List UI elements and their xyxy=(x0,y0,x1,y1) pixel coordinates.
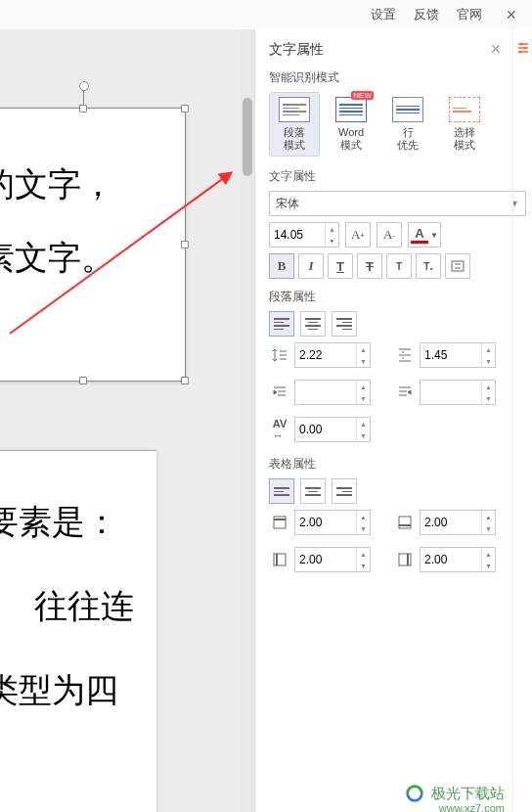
para-spacing-icon xyxy=(394,344,416,366)
cell-right-input[interactable]: ▲▼ xyxy=(420,547,496,572)
svg-point-11 xyxy=(519,43,522,46)
fit-text-button[interactable] xyxy=(445,253,470,279)
cell-pad-left-icon xyxy=(269,549,290,570)
cell-left-input[interactable]: ▲▼ xyxy=(294,547,371,572)
mode-row-button[interactable]: 行 优先 xyxy=(382,92,433,157)
doc-text-line[interactable]: 类型为四 xyxy=(0,668,156,713)
table-align-right-button[interactable] xyxy=(332,478,357,504)
svg-rect-3 xyxy=(274,517,286,528)
doc-text-line[interactable]: 素文字。 xyxy=(0,221,185,294)
settings-sliders-icon[interactable] xyxy=(516,41,530,55)
document-page[interactable]: 要素是： 往往连 类型为四 xyxy=(0,450,156,812)
menu-official[interactable]: 官网 xyxy=(457,6,482,23)
menu-feedback[interactable]: 反馈 xyxy=(414,6,439,23)
cell-bottom-input[interactable]: ▲▼ xyxy=(420,510,496,535)
watermark: 极光下载站 www.xz7.com xyxy=(404,783,505,804)
mode-word-button[interactable]: NEW Word 模式 xyxy=(326,92,377,157)
doc-text-line[interactable]: 要素是： xyxy=(0,500,156,545)
font-color-button[interactable]: A▼ xyxy=(408,222,441,248)
doc-text-line[interactable]: 往往连 xyxy=(0,584,156,629)
table-align-left-button[interactable] xyxy=(269,478,294,504)
align-left-button[interactable] xyxy=(269,311,294,337)
table-align-center-button[interactable] xyxy=(300,478,326,504)
properties-panel: 文字属性 × 智能识别模式 段落 模式 NEW Word 模式 行 优先 选择 … xyxy=(254,29,532,812)
mode-select-button[interactable]: 选择 模式 xyxy=(439,92,490,157)
svg-rect-0 xyxy=(452,261,464,271)
char-spacing-icon: AV↔ xyxy=(269,419,290,440)
decrease-font-button[interactable]: A- xyxy=(377,222,402,248)
font-size-input[interactable]: ▲▼ xyxy=(269,222,339,248)
section-para-label: 段落属性 xyxy=(269,289,526,305)
underline-button[interactable]: T xyxy=(328,253,353,279)
superscript-button[interactable]: T xyxy=(386,253,412,279)
panel-title: 文字属性 xyxy=(269,41,324,59)
cell-pad-right-icon xyxy=(394,549,416,570)
line-spacing-input[interactable]: ▲▼ xyxy=(294,342,371,368)
menu-settings[interactable]: 设置 xyxy=(371,6,396,23)
svg-point-13 xyxy=(518,51,521,54)
cell-pad-top-icon xyxy=(269,512,290,533)
cell-top-input[interactable]: ▲▼ xyxy=(294,510,371,535)
align-center-button[interactable] xyxy=(300,311,326,337)
subscript-button[interactable]: T. xyxy=(416,253,441,279)
section-text-label: 文字属性 xyxy=(269,168,526,185)
section-table-label: 表格属性 xyxy=(269,456,526,473)
char-spacing-input[interactable]: ▲▼ xyxy=(294,417,371,442)
indent-left-input[interactable]: ▲▼ xyxy=(294,380,371,405)
doc-text-line[interactable]: 的文字， xyxy=(0,148,185,221)
svg-rect-9 xyxy=(399,554,411,565)
line-spacing-icon xyxy=(269,344,290,366)
indent-right-input[interactable]: ▲▼ xyxy=(420,380,496,405)
align-right-button[interactable] xyxy=(332,311,357,337)
indent-right-icon xyxy=(394,382,416,403)
svg-rect-5 xyxy=(399,517,411,528)
bold-button[interactable]: B xyxy=(269,253,294,279)
close-panel-icon[interactable]: × xyxy=(490,39,501,60)
mode-paragraph-button[interactable]: 段落 模式 xyxy=(269,92,320,157)
strike-button[interactable]: T xyxy=(357,253,382,279)
italic-button[interactable]: I xyxy=(298,253,324,279)
para-spacing-input[interactable]: ▲▼ xyxy=(420,342,496,368)
scrollbar[interactable] xyxy=(241,29,254,812)
cell-pad-bottom-icon xyxy=(394,512,416,533)
svg-rect-7 xyxy=(274,554,286,565)
svg-point-12 xyxy=(523,47,526,50)
close-icon[interactable]: × xyxy=(500,5,522,25)
increase-font-button[interactable]: A+ xyxy=(345,222,371,248)
document-canvas[interactable]: 的文字， 素文字。 要素是： 往往连 类型为四 xyxy=(0,29,254,812)
watermark-logo-icon xyxy=(404,783,425,804)
indent-left-icon xyxy=(269,382,290,403)
font-family-dropdown[interactable]: 宋体▼ xyxy=(269,191,526,216)
section-mode-label: 智能识别模式 xyxy=(269,69,526,86)
selected-text-box[interactable]: 的文字， 素文字。 xyxy=(0,108,186,382)
